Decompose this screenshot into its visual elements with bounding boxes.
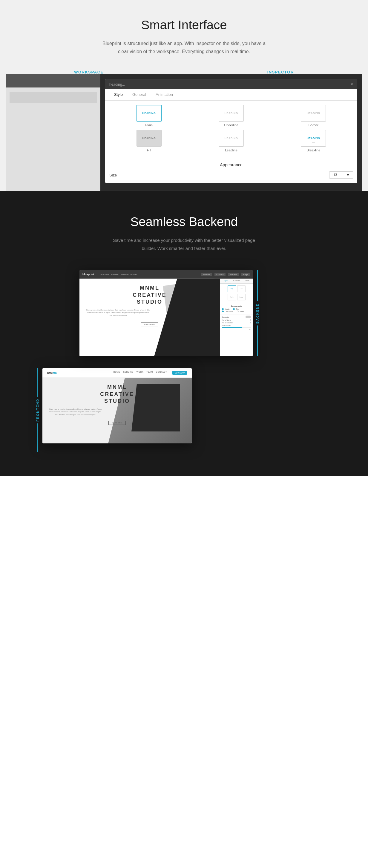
smart-interface-description: Blueprint is structured just like an app… (100, 39, 268, 56)
bp-comp-desc: Description Button (222, 311, 251, 312)
fe-buy-btn[interactable]: BUY NOW (172, 371, 187, 375)
seamless-backend-description: Save time and increase your productivity… (112, 236, 256, 252)
bp-pos-top[interactable]: Top (227, 285, 236, 292)
seamless-backend-section: Seamless Backend Save time and increase … (0, 191, 368, 476)
seamless-backend-title: Seamless Backend (6, 215, 362, 229)
interface-area: heading... × Style General Animation (6, 74, 362, 191)
bp-insp-tabs: Style General Anim (220, 279, 253, 284)
fe-nav-service[interactable]: SERVICE (123, 371, 133, 375)
style-box-border[interactable]: HEADING (301, 105, 326, 122)
tab-style[interactable]: Style (109, 89, 127, 100)
inspector-header: heading... × (105, 79, 357, 89)
bp-nav: Template Header Sidebar Footer (99, 273, 137, 276)
fe-nav-contact[interactable]: CONTACT (156, 371, 167, 375)
style-options: HEADING Plain HEADING Underline (105, 101, 357, 158)
bp-components: Components Media Title Description (220, 304, 253, 314)
style-breakline[interactable]: HEADING Breakline (274, 130, 353, 152)
frontend-label-group: FRONTEND (36, 368, 39, 452)
bp-sep-toggle[interactable] (246, 316, 251, 318)
bp-nav-header[interactable]: Header (111, 273, 119, 276)
bp-pos-right[interactable]: Right (227, 294, 236, 300)
inspector-title-suffix: ... (122, 83, 125, 86)
bp-cols-row: No. of Columns 2 (222, 322, 251, 324)
frontend-screenshot: bateaux HOME SERVICE WORK TEAM CONTACT B… (42, 368, 192, 443)
fe-hero: MNMLCREATIVESTUDIO Etiam viverra fringil… (42, 378, 192, 443)
bp-slider-fill (222, 327, 242, 328)
bp-cols-val: 2 (250, 322, 251, 324)
bp-toolbar-right: Element Content Preview Page (201, 273, 250, 276)
smart-interface-section: Smart Interface Blueprint is structured … (0, 0, 368, 191)
style-leadline[interactable]: HEADING Leadline (191, 130, 271, 152)
fe-logo: bateaux (47, 371, 57, 374)
bp-radio-desc[interactable] (222, 311, 224, 312)
bp-spacing-row: Spacing (px) (222, 324, 251, 327)
inspector-title: heading... (109, 82, 125, 87)
bp-nav-sidebar[interactable]: Sidebar (120, 273, 129, 276)
bp-page-btn[interactable]: Page (241, 273, 250, 276)
blueprint-body: MNMLCREATIVESTUDIO Etiam viverra fringil… (80, 279, 253, 356)
inspector-tabs: Style General Animation (105, 89, 357, 101)
backend-label: BACKEND (256, 301, 259, 326)
backend-label-group: BACKEND (256, 270, 259, 356)
fe-nav-team[interactable]: TEAM (146, 371, 153, 375)
bp-spacing-slider[interactable] (222, 327, 251, 328)
bp-preview: MNMLCREATIVESTUDIO Etiam viverra fringil… (80, 279, 220, 356)
bp-insp-tab-style[interactable]: Style (220, 279, 231, 283)
bp-insp-top-row: Top Left (222, 285, 251, 292)
style-plain[interactable]: HEADING Plain (109, 105, 188, 127)
bp-spacing-val: 80 (222, 329, 251, 330)
style-box-underline[interactable]: HEADING (219, 105, 244, 122)
style-box-plain[interactable]: HEADING (136, 105, 162, 122)
size-label: Size (109, 173, 117, 177)
fe-explore-btn[interactable]: EXPLORE (109, 421, 125, 425)
fe-nav-home[interactable]: HOME (114, 371, 120, 375)
style-box-breakline[interactable]: HEADING (301, 130, 326, 147)
bp-content-btn[interactable]: Content (214, 273, 225, 276)
style-fill[interactable]: HEADING Fill (109, 130, 188, 152)
workspace-inspector-tabs: WORKSPACE INSPECTOR (6, 70, 362, 74)
workspace-content (6, 88, 100, 191)
bp-nav-template[interactable]: Template (99, 273, 109, 276)
bp-appearance: Separator No. of Items 4 No. of Columns … (220, 314, 253, 332)
bp-items-val: 4 (250, 319, 251, 321)
fe-hero-text: Etiam viverra fringilla risus dapibus. D… (49, 408, 102, 416)
size-select[interactable]: H3 ▼ (329, 172, 353, 179)
bp-pos-left[interactable]: Left (237, 285, 246, 292)
fe-nav: HOME SERVICE WORK TEAM CONTACT BUY NOW (114, 371, 187, 375)
style-box-leadline[interactable]: HEADING (219, 130, 244, 147)
frontend-line-bottom (37, 424, 38, 452)
workspace-panel (6, 74, 100, 191)
style-border[interactable]: HEADING Border (274, 105, 353, 127)
bp-items-row: No. of Items 4 (222, 319, 251, 321)
bp-radio-button-empty[interactable] (237, 311, 239, 312)
bp-insp-positions: Top Left Right Inline (220, 284, 253, 304)
smart-interface-title: Smart Interface (6, 18, 362, 32)
fe-hero-title: MNMLCREATIVESTUDIO (49, 384, 186, 405)
inspector-panel: heading... × Style General Animation (100, 74, 362, 191)
bp-insp-tab-general[interactable]: General (231, 279, 242, 283)
bp-nav-footer[interactable]: Footer (130, 273, 137, 276)
bp-element-btn[interactable]: Element (201, 273, 212, 276)
tab-general[interactable]: General (127, 89, 151, 100)
fe-navbar: bateaux HOME SERVICE WORK TEAM CONTACT B… (42, 368, 192, 378)
inspector-label[interactable]: INSPECTOR (260, 70, 301, 74)
backend-line-bottom (257, 326, 258, 356)
bp-illustration (136, 279, 220, 356)
style-underline[interactable]: HEADING Underline (191, 105, 271, 127)
tab-animation[interactable]: Animation (151, 89, 178, 100)
inspector-inner: heading... × Style General Animation (105, 79, 357, 183)
bp-radio-media[interactable] (222, 308, 224, 310)
bp-insp-bottom-row: Right Inline (222, 294, 251, 300)
style-box-fill[interactable]: HEADING (136, 130, 162, 147)
inspector-close-icon[interactable]: × (350, 82, 353, 87)
workspace-label[interactable]: WORKSPACE (67, 70, 111, 74)
bp-preview-btn[interactable]: Preview (228, 273, 239, 276)
screenshots-area: blueprint Template Header Sidebar Footer… (6, 270, 362, 452)
bp-pos-inline[interactable]: Inline (237, 294, 246, 300)
bp-insp-tab-anim[interactable]: Anim (242, 279, 253, 283)
bp-sep-row: Separator (222, 316, 251, 318)
size-row: Size H3 ▼ (109, 172, 353, 179)
fe-nav-work[interactable]: WORK (136, 371, 144, 375)
bp-comp-title: Components (222, 305, 251, 307)
bp-radio-title[interactable] (233, 308, 235, 310)
